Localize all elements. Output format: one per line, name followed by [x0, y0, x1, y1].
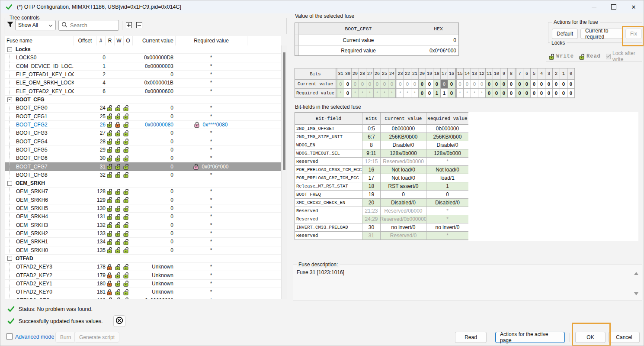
- bit-required-cell[interactable]: *: [478, 89, 486, 98]
- bit-current-cell[interactable]: 0: [515, 80, 523, 89]
- fuse-row[interactable]: BOOT_CFG5290*: [5, 146, 281, 154]
- bit-required-cell[interactable]: *: [455, 89, 464, 98]
- fuse-row[interactable]: ELE_OTFAD2_KEY_LOCK60x00000600*: [5, 87, 281, 96]
- bitfield-row[interactable]: 2ND_IMG_SIZE_UNIT6:7256KB/0b00256KB/0b00: [295, 133, 468, 141]
- fuse-row[interactable]: BOOT_CFG3270*: [5, 129, 281, 137]
- lock-open-icon[interactable]: [107, 146, 113, 153]
- bit-current-cell[interactable]: 0: [567, 80, 575, 89]
- read-button[interactable]: Read: [455, 332, 487, 343]
- close-button[interactable]: ✕: [624, 0, 644, 13]
- lock-closed-icon[interactable]: [115, 121, 121, 128]
- lock-open-icon[interactable]: [123, 239, 129, 245]
- scrollbar-thumb[interactable]: [283, 52, 285, 170]
- bit-required-cell[interactable]: 0: [515, 89, 523, 98]
- lock-open-icon[interactable]: [123, 155, 129, 162]
- bit-required-cell[interactable]: 0: [531, 89, 538, 98]
- fuse-row[interactable]: OTFAD2_KEY2179Unknown*: [5, 271, 281, 279]
- bit-current-cell[interactable]: 0: [411, 80, 419, 89]
- bitfield-row[interactable]: WDOG_EN8Disable/0Disable/0: [295, 141, 468, 149]
- lock-open-icon[interactable]: [115, 113, 121, 120]
- bit-required-cell[interactable]: 0: [560, 89, 567, 98]
- collapse-expander-icon[interactable]: [7, 181, 12, 186]
- lock-open-icon[interactable]: [107, 188, 113, 195]
- bit-current-cell[interactable]: 0: [508, 80, 515, 89]
- collapse-expander-icon[interactable]: [7, 47, 12, 52]
- fuse-group-row[interactable]: Locks: [5, 45, 281, 54]
- lock-open-icon[interactable]: [107, 239, 113, 245]
- lock-open-icon[interactable]: [115, 138, 121, 145]
- lock-open-icon[interactable]: [115, 289, 121, 295]
- bit-current-cell[interactable]: 0: [523, 80, 531, 89]
- lock-open-icon[interactable]: [123, 130, 129, 136]
- bit-current-cell[interactable]: 0: [531, 80, 538, 89]
- bit-current-cell[interactable]: 0: [471, 80, 478, 89]
- bit-current-cell[interactable]: 0: [374, 80, 381, 89]
- lock-open-icon[interactable]: [123, 289, 129, 295]
- lock-open-icon[interactable]: [107, 171, 113, 178]
- bit-current-cell[interactable]: 0: [493, 80, 500, 89]
- bit-current-cell[interactable]: 0: [404, 80, 411, 89]
- lock-open-icon[interactable]: [115, 188, 121, 195]
- bitfield-row[interactable]: 2ND_IMG_OFFSET0:50b0000000b000000: [295, 125, 468, 133]
- bit-required-cell[interactable]: *: [366, 89, 374, 98]
- bit-required-cell[interactable]: *: [464, 89, 471, 98]
- dismiss-messages-button[interactable]: [113, 315, 125, 327]
- bit-required-cell[interactable]: *: [471, 89, 478, 98]
- bitfield-row[interactable]: XMC_CRC32_CHECK_EN20Disabled/0Disabled/0: [295, 199, 468, 207]
- bitfield-row[interactable]: WDOG_TIMEOUT_SEL9:11128s/0b000128s/0b000: [295, 149, 468, 158]
- fuse-row[interactable]: COM_DEVICE_ID_LOC...10x00000003*: [5, 62, 281, 71]
- maximize-button[interactable]: [604, 0, 624, 13]
- generate-script-button[interactable]: Generate script: [74, 332, 119, 343]
- fuse-row[interactable]: OEM_SRKH61290*: [5, 196, 281, 204]
- fuse-row[interactable]: OEM_SRKH51300*: [5, 204, 281, 213]
- burn-button[interactable]: Burn: [55, 332, 76, 343]
- bit-required-cell[interactable]: 0: [523, 89, 531, 98]
- lock-open-icon[interactable]: [115, 197, 121, 203]
- lock-open-icon[interactable]: [123, 272, 129, 278]
- fuse-row[interactable]: OEM_SRKH41310*: [5, 213, 281, 221]
- bit-current-cell[interactable]: 0: [359, 80, 366, 89]
- fuse-row[interactable]: OTFAD2_KEY1180Unknown*: [5, 280, 281, 288]
- fuse-row[interactable]: OEM_SRKH31320*: [5, 221, 281, 230]
- lock-open-icon[interactable]: [115, 297, 121, 299]
- lock-open-icon[interactable]: [115, 171, 121, 178]
- bit-required-cell[interactable]: 0: [553, 89, 560, 98]
- default-button[interactable]: Default: [552, 29, 578, 39]
- lock-open-icon[interactable]: [107, 113, 113, 120]
- bit-required-cell[interactable]: 0: [538, 89, 545, 98]
- bit-current-cell[interactable]: 0: [352, 80, 359, 89]
- lock-open-icon[interactable]: [107, 155, 113, 162]
- bit-current-cell[interactable]: 0: [388, 80, 396, 89]
- bitfield-row[interactable]: Reserved24:29Reserved/0b000000*: [295, 215, 468, 223]
- bitfield-row[interactable]: Reserved31Reserved/0*: [295, 232, 468, 240]
- lock-open-icon[interactable]: [107, 138, 113, 145]
- search-input[interactable]: [69, 22, 119, 29]
- lock-open-icon[interactable]: [123, 197, 129, 203]
- bit-required-cell[interactable]: *: [396, 89, 404, 98]
- bit-current-cell[interactable]: 0: [366, 80, 374, 89]
- lock-open-icon[interactable]: [115, 264, 121, 270]
- lock-open-icon[interactable]: [115, 163, 121, 170]
- fuse-row[interactable]: BOOT_CFG0240*: [5, 104, 281, 112]
- lock-open-icon[interactable]: [115, 230, 121, 237]
- lock-open-icon[interactable]: [115, 222, 121, 228]
- col-offset[interactable]: Offset: [74, 36, 96, 45]
- bit-current-cell[interactable]: 0: [441, 80, 448, 89]
- bitfield-row[interactable]: Release_M7_RST_STAT18RST assert/01: [295, 182, 468, 191]
- lock-open-icon[interactable]: [123, 297, 129, 299]
- fuse-row[interactable]: OTFAD2_KEY3178Unknown*: [5, 263, 281, 271]
- lock-open-icon[interactable]: [107, 163, 113, 170]
- fuse-row[interactable]: LOCKS000x000000D8*: [5, 54, 281, 62]
- bit-current-cell[interactable]: 0: [426, 80, 433, 89]
- fuse-row[interactable]: OEM_SRKH11340*: [5, 238, 281, 246]
- bit-required-cell[interactable]: *: [359, 89, 366, 98]
- lock-open-icon[interactable]: [123, 113, 129, 120]
- bitfield-row[interactable]: Reserved21:23Reserved/0b000*: [295, 207, 468, 215]
- bit-current-cell[interactable]: 0: [464, 80, 471, 89]
- lock-open-icon[interactable]: [115, 280, 121, 287]
- lock-open-icon[interactable]: [123, 230, 129, 237]
- fuse-row[interactable]: BOOT_CFG8320*: [5, 171, 281, 179]
- lock-open-icon[interactable]: [123, 222, 129, 228]
- collapse-all-button[interactable]: [136, 22, 142, 28]
- fuse-row[interactable]: OEM_SRKH21330*: [5, 230, 281, 238]
